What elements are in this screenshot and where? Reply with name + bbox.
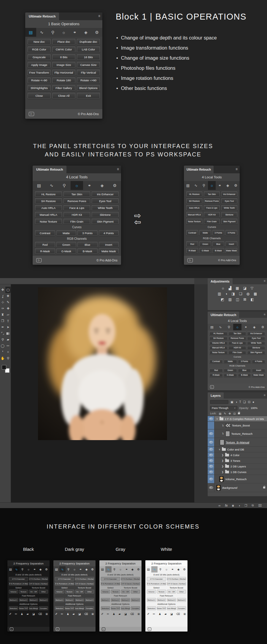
sun-icon[interactable]: ☼ bbox=[233, 324, 242, 330]
photo-thumbnail[interactable] bbox=[216, 485, 221, 491]
pulse-icon[interactable]: ∿ bbox=[59, 566, 65, 572]
selective-color-icon[interactable]: ⊠ bbox=[243, 298, 246, 301]
pulse-icon[interactable]: ∿ bbox=[36, 28, 47, 37]
pencil-icon[interactable]: ✏ bbox=[61, 613, 63, 616]
method-1-button[interactable]: Method 1 bbox=[101, 598, 110, 602]
skin-pigment-button[interactable]: Skin Pigment bbox=[247, 350, 265, 354]
remove-pores-button[interactable]: Remove Pores bbox=[204, 198, 220, 204]
flip-vertical-button[interactable]: Flip Vertical bbox=[77, 70, 100, 75]
4-points-button[interactable]: 4 Points bbox=[99, 230, 119, 236]
brightness-contrast-icon[interactable]: ☼ bbox=[221, 286, 225, 290]
pulse-icon[interactable]: ∿ bbox=[151, 566, 157, 572]
pulse-icon[interactable]: ∿ bbox=[105, 566, 111, 572]
diamond-icon[interactable]: ◈ bbox=[129, 566, 135, 572]
volume-button[interactable]: Volume bbox=[101, 590, 110, 594]
method-1-button[interactable]: Method 1 bbox=[147, 598, 156, 602]
selection-button[interactable]: Selection bbox=[9, 606, 18, 610]
complex-button[interactable]: Complex bbox=[85, 606, 94, 610]
rotate-180-button[interactable]: Rotate 180 bbox=[52, 77, 75, 83]
marquee-tool[interactable]: ▢ bbox=[5, 287, 11, 293]
gradient-map-icon[interactable]: ◧ bbox=[250, 298, 254, 301]
filter-adjustment-icon[interactable]: ◑ bbox=[235, 400, 237, 404]
patch-icon[interactable]: ▰ bbox=[165, 613, 167, 616]
skintone-button[interactable]: Skintone bbox=[92, 212, 119, 217]
new-adjustment-icon[interactable]: ◑ bbox=[238, 504, 240, 507]
tan-skin-button[interactable]: Tan Skin bbox=[204, 191, 220, 197]
color-swatches[interactable] bbox=[2, 365, 9, 373]
image-size-button[interactable]: Image Size bbox=[52, 62, 75, 68]
diamond-icon[interactable]: ◈ bbox=[83, 566, 89, 572]
tan-skin-button[interactable]: Tan Skin bbox=[63, 191, 90, 197]
texture-button[interactable]: Texture bbox=[19, 590, 28, 594]
visibility-eye-icon[interactable] bbox=[209, 441, 213, 443]
type-tool[interactable]: T bbox=[5, 318, 11, 324]
hl-restore-button[interactable]: HL Restore bbox=[186, 191, 202, 197]
healing-brush-tool[interactable]: ✚ bbox=[5, 305, 11, 312]
file-icon[interactable]: ▤ bbox=[25, 28, 36, 37]
delete-layer-icon[interactable]: ⌧ bbox=[258, 504, 262, 507]
patch-tool[interactable]: ▰ bbox=[5, 337, 11, 343]
contrast-button[interactable]: Contrast bbox=[209, 359, 223, 363]
complex-button[interactable]: Complex bbox=[177, 606, 186, 610]
method-2-button[interactable]: Method 2 bbox=[111, 598, 120, 602]
3-points-button[interactable]: 3 Points bbox=[77, 230, 98, 236]
new-layer-icon[interactable]: ⧉ bbox=[252, 504, 254, 507]
pulse-icon[interactable]: ∿ bbox=[216, 324, 225, 330]
matte-button[interactable]: Matte bbox=[199, 230, 211, 235]
pencil-icon[interactable]: ✏ bbox=[15, 613, 17, 616]
brush-icon[interactable]: ✐ bbox=[147, 613, 150, 616]
brush-tool[interactable]: ✎ bbox=[5, 299, 11, 305]
fs-surface-median-button[interactable]: 2 F-S Surface | Median bbox=[75, 577, 94, 581]
panel-menu-icon[interactable]: ≡ bbox=[264, 279, 266, 283]
layer-row[interactable]: ❯3 Tones bbox=[208, 458, 267, 464]
method-4-button[interactable]: Method 4 bbox=[131, 598, 140, 602]
texture-button[interactable]: Texture bbox=[157, 590, 166, 594]
method-3-button[interactable]: Method 3 bbox=[167, 598, 176, 602]
cmyk-color-button[interactable]: CMYK Color bbox=[52, 47, 75, 52]
play-icon[interactable]: ▷ bbox=[10, 627, 13, 631]
make-mask-button[interactable]: Make Mask bbox=[225, 248, 237, 253]
hue-saturation-icon[interactable]: ▥ bbox=[218, 292, 221, 296]
layer-row[interactable]: ↴Texture_Boost bbox=[208, 422, 267, 429]
shape-tool[interactable]: ◯ bbox=[0, 343, 5, 349]
pen-tool[interactable]: ✒ bbox=[0, 324, 5, 330]
layer-thumbnail[interactable] bbox=[220, 440, 224, 445]
apply-image-button[interactable]: Apply Image bbox=[28, 62, 51, 68]
noise-txt-button[interactable]: Noise TXT bbox=[111, 606, 120, 610]
canvas-size-button[interactable]: Canvas Size bbox=[77, 62, 100, 68]
pattern-thumbnail[interactable] bbox=[225, 423, 231, 427]
eyes-tool-button[interactable]: Eyes Tool bbox=[92, 198, 119, 204]
layer-style-icon[interactable]: fx bbox=[225, 504, 228, 507]
exit-button[interactable]: Exit bbox=[77, 93, 100, 99]
iris-enhancer-button[interactable]: Iris Enhancer bbox=[247, 331, 265, 335]
texture-button[interactable]: Texture bbox=[65, 590, 74, 594]
play-icon[interactable]: ▷ bbox=[29, 112, 34, 116]
file-icon[interactable]: ▤ bbox=[7, 566, 13, 572]
lock-artboard-icon[interactable]: ⊡ bbox=[233, 412, 236, 415]
color-balance-icon[interactable]: ◑ bbox=[225, 292, 227, 296]
patch-icon[interactable]: ▰ bbox=[119, 613, 121, 616]
panel-tab[interactable]: Ultimate Retouch bbox=[33, 166, 66, 173]
fs-surface-median-button[interactable]: 2 F-S Surface | Median bbox=[29, 577, 48, 581]
make-mask-button[interactable]: Make Mask bbox=[252, 373, 265, 377]
diamond-icon[interactable]: ◈ bbox=[175, 566, 181, 572]
manual-hrla-button[interactable]: Manual HRLA bbox=[209, 346, 228, 350]
channel-mixer-icon[interactable]: ◍ bbox=[246, 292, 249, 296]
matte-button[interactable]: Matte bbox=[224, 359, 237, 363]
layer-row[interactable]: ↴Texture_Retouch bbox=[208, 429, 267, 438]
place-doc-button[interactable]: Place doc bbox=[52, 39, 75, 45]
visibility-eye-icon[interactable] bbox=[209, 454, 213, 456]
skin-pigment-button[interactable]: Skin Pigment bbox=[221, 219, 237, 224]
move-tool[interactable]: ✥ bbox=[0, 287, 5, 293]
on-off-button[interactable]: On - Off bbox=[167, 590, 176, 594]
volume-button[interactable]: Volume bbox=[9, 590, 18, 594]
play-icon[interactable]: ▷ bbox=[36, 258, 42, 262]
crop-tool[interactable]: ⌜⌟ bbox=[0, 330, 5, 337]
eyes-tool-button[interactable]: Eyes Tool bbox=[247, 336, 265, 340]
stamp-icon[interactable]: ♟ bbox=[67, 613, 69, 616]
fs-gauss-surface-button[interactable]: 3 F-S Gauss | Surface bbox=[29, 582, 48, 586]
magnifier-icon[interactable]: ⚲ bbox=[200, 181, 208, 190]
play-icon[interactable]: ▷ bbox=[148, 627, 151, 631]
lock-position-icon[interactable]: ✥ bbox=[228, 412, 231, 415]
grid-icon[interactable]: ⊞ bbox=[45, 613, 48, 616]
